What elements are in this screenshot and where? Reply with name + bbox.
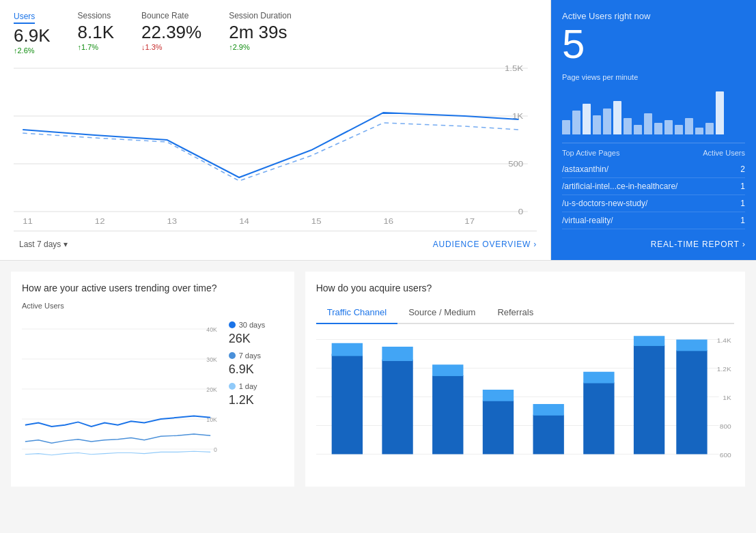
- realtime-report-label: REAL-TIME REPORT: [651, 240, 740, 249]
- session-duration-label: Session Duration: [229, 11, 291, 20]
- chevron-right-icon: ›: [742, 239, 745, 249]
- rt-bar: [685, 118, 693, 135]
- realtime-footer-link[interactable]: REAL-TIME REPORT ›: [562, 232, 745, 249]
- bar-light: [331, 343, 362, 356]
- active-users-chart-label: Active Users: [22, 302, 283, 310]
- trend-chart-svg: 40K 30K 20K 10K 0: [22, 314, 221, 464]
- bar-light: [533, 404, 563, 416]
- rt-bar: [654, 123, 662, 135]
- legend-7days-value: 6.9K: [229, 362, 283, 377]
- metric-users: Users 6.9K ↑2.6%: [14, 11, 51, 55]
- metric-bounce-rate: Bounce Rate 22.39% ↓1.3%: [141, 11, 201, 55]
- rt-bar: [695, 128, 703, 135]
- rt-page-url[interactable]: /virtual-reality/: [562, 216, 613, 225]
- session-duration-value: 2m 39s: [229, 22, 291, 43]
- svg-text:15: 15: [311, 218, 322, 225]
- bar-dark: [432, 375, 463, 455]
- svg-text:16: 16: [383, 218, 393, 225]
- bar-dark: [583, 383, 614, 455]
- bounce-rate-change: ↓1.3%: [141, 43, 201, 51]
- svg-text:0: 0: [214, 446, 217, 454]
- sessions-change: ↑1.7%: [78, 43, 115, 51]
- acquire-title: How do you acquire users?: [316, 283, 734, 293]
- rt-page-url[interactable]: /astaxanthin/: [562, 164, 608, 174]
- legend-7days-label: 7 days: [239, 351, 261, 360]
- bar-dark: [482, 401, 513, 455]
- active-users-col-label: Active Users: [703, 149, 745, 157]
- rt-page-url[interactable]: /u-s-doctors-new-study/: [562, 199, 647, 208]
- rt-bar: [675, 125, 683, 134]
- rt-page-users: 1: [740, 199, 745, 208]
- rt-bar: [613, 101, 621, 134]
- rt-bar: [603, 109, 611, 135]
- top-pages-label: Top Active Pages: [562, 149, 619, 157]
- line-chart: 1.5K 1K 500 0 11 Sep 12 13 14 15 16: [14, 61, 537, 225]
- rt-bar: [583, 104, 591, 135]
- svg-text:13: 13: [167, 218, 178, 225]
- tab-source-medium[interactable]: Source / Medium: [397, 302, 486, 324]
- last-days-button[interactable]: Last 7 days ▾: [14, 237, 73, 252]
- rt-bar: [705, 123, 714, 135]
- svg-text:800: 800: [719, 422, 731, 430]
- bar-light: [382, 347, 412, 361]
- rt-page-url[interactable]: /artificial-intel...ce-in-healthcare/: [562, 182, 677, 191]
- users-value: 6.9K: [14, 25, 51, 46]
- session-duration-change: ↑2.9%: [229, 43, 291, 51]
- trending-title: How are your active users trending over …: [22, 283, 283, 293]
- chart-footer: Last 7 days ▾ AUDIENCE OVERVIEW ›: [14, 231, 537, 252]
- acquire-tabs: Traffic Channel Source / Medium Referral…: [316, 302, 734, 324]
- rt-bar: [644, 113, 652, 135]
- bounce-rate-label: Bounce Rate: [141, 11, 201, 20]
- bottom-section: How are your active users trending over …: [0, 261, 756, 487]
- bar-dark: [676, 350, 707, 454]
- audience-overview-link[interactable]: AUDIENCE OVERVIEW ›: [433, 240, 537, 249]
- realtime-bar-chart: [562, 87, 745, 134]
- bar-light: [676, 340, 707, 351]
- realtime-subtitle: Page views per minute: [562, 73, 745, 81]
- svg-text:30K: 30K: [206, 356, 217, 364]
- svg-text:Sep: Sep: [23, 225, 39, 225]
- acquire-chart: 1.4K 1.2K 1K 800 600: [316, 332, 734, 476]
- top-section: Users 6.9K ↑2.6% Sessions 8.1K ↑1.7% Bou…: [0, 0, 756, 261]
- bar-dark: [634, 345, 664, 455]
- legend-30days-dot: [229, 321, 236, 328]
- tab-referrals[interactable]: Referrals: [486, 302, 544, 324]
- acquire-panel: How do you acquire users? Traffic Channe…: [305, 272, 745, 487]
- bar-dark: [331, 354, 362, 455]
- svg-text:14: 14: [239, 218, 249, 225]
- users-label: Users: [14, 12, 35, 24]
- metric-session-duration: Session Duration 2m 39s ↑2.9%: [229, 11, 291, 55]
- audience-overview-label: AUDIENCE OVERVIEW: [433, 240, 531, 249]
- trending-panel: How are your active users trending over …: [11, 272, 294, 487]
- legend-1day-dot: [229, 383, 236, 390]
- trend-chart: 40K 30K 20K 10K 0: [22, 314, 221, 464]
- realtime-page-row: /virtual-reality/ 1: [562, 212, 745, 229]
- rt-bar: [716, 91, 724, 134]
- bar-dark: [533, 415, 563, 455]
- realtime-pages-header: Top Active Pages Active Users: [562, 143, 745, 157]
- bar-light: [482, 390, 513, 401]
- bar-dark: [382, 360, 412, 455]
- metric-sessions: Sessions 8.1K ↑1.7%: [78, 11, 115, 55]
- chevron-down-icon: ▾: [64, 240, 68, 249]
- left-panel: Users 6.9K ↑2.6% Sessions 8.1K ↑1.7% Bou…: [0, 0, 551, 260]
- realtime-pages: /astaxanthin/ 2 /artificial-intel...ce-i…: [562, 161, 745, 229]
- rt-bar: [572, 111, 580, 134]
- rt-page-users: 2: [740, 164, 745, 174]
- rt-page-users: 1: [740, 216, 745, 225]
- users-change: ↑2.6%: [14, 46, 51, 55]
- svg-text:1.4K: 1.4K: [716, 336, 731, 344]
- svg-text:600: 600: [719, 451, 731, 459]
- legend-30days-label: 30 days: [239, 321, 266, 329]
- rt-bar: [664, 120, 673, 134]
- svg-text:500: 500: [508, 160, 524, 168]
- bar-light: [634, 336, 664, 346]
- metrics-row: Users 6.9K ↑2.6% Sessions 8.1K ↑1.7% Bou…: [14, 11, 537, 55]
- bar-light: [583, 372, 614, 384]
- rt-page-users: 1: [740, 182, 745, 191]
- svg-text:1.5K: 1.5K: [505, 65, 523, 72]
- legend-1day-value: 1.2K: [229, 393, 283, 407]
- tab-traffic-channel[interactable]: Traffic Channel: [316, 302, 397, 324]
- rt-bar: [562, 120, 570, 134]
- sessions-label: Sessions: [78, 11, 115, 20]
